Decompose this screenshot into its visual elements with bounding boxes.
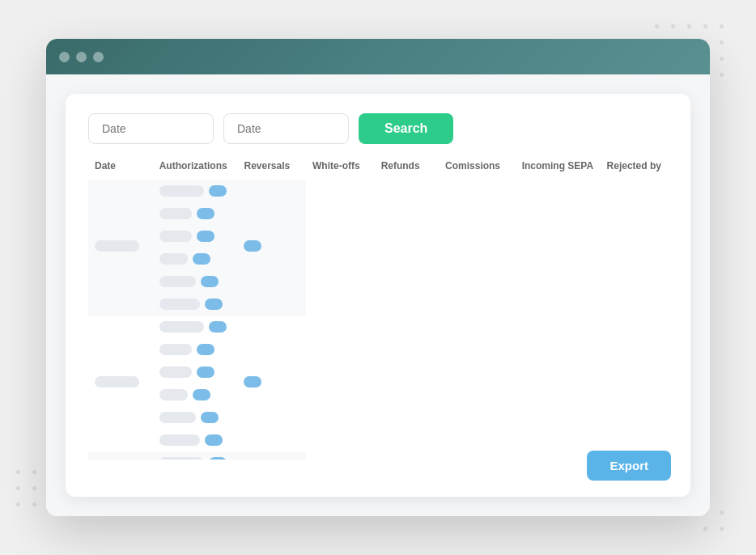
- blue-dot-refunds: [193, 253, 210, 265]
- date-input-start[interactable]: [88, 113, 214, 144]
- date-input-end[interactable]: [223, 113, 349, 144]
- table-body: [88, 180, 668, 460]
- cell-date: [88, 180, 153, 316]
- cell-authorizations: [153, 180, 238, 202]
- col-header-date: Date: [88, 160, 153, 180]
- blue-dot-incoming-sepa: [205, 434, 223, 446]
- col-header-authorizations: Authorizations: [153, 160, 238, 180]
- blue-dot-comissions: [201, 276, 219, 287]
- traffic-light-yellow: [76, 52, 87, 62]
- blue-dot-comissions: [201, 412, 219, 423]
- cell-reversals: [153, 202, 238, 225]
- cell-rejected-by: [237, 451, 306, 460]
- col-header-reversals: Reversals: [237, 160, 306, 180]
- col-header-rejected-by: Rejected by: [601, 160, 668, 180]
- traffic-light-red: [59, 52, 70, 62]
- cell-rejected-by: [237, 180, 306, 316]
- blue-dot-authorizations: [209, 457, 227, 460]
- export-button[interactable]: Export: [587, 451, 671, 481]
- table-row: [88, 451, 668, 460]
- blue-dot-whiteoffs: [197, 231, 214, 242]
- table-row: [88, 316, 668, 451]
- cell-whiteoffs: [153, 361, 238, 383]
- cell-refunds: [153, 383, 238, 406]
- cell-incoming-sepa: [153, 293, 238, 316]
- blue-dot-authorizations: [209, 185, 227, 197]
- blue-dot-whiteoffs: [197, 366, 214, 378]
- cell-whiteoffs: [153, 225, 238, 248]
- blue-dot-reversals: [197, 344, 214, 355]
- cell-authorizations: [153, 451, 238, 460]
- col-header-refunds: Refunds: [375, 160, 439, 180]
- blue-dot-reversals: [197, 208, 214, 219]
- table-wrapper: Date Authorizations Reversals White-offs…: [88, 160, 668, 460]
- browser-content: Search Date Authorizations Reversals Whi…: [46, 74, 710, 516]
- cell-rejected-by: [237, 316, 306, 451]
- search-button[interactable]: Search: [359, 113, 453, 144]
- cell-reversals: [153, 338, 238, 361]
- cell-authorizations: [153, 316, 238, 338]
- main-card: Search Date Authorizations Reversals Whi…: [66, 94, 690, 497]
- data-table: Date Authorizations Reversals White-offs…: [88, 160, 668, 460]
- table-header-row: Date Authorizations Reversals White-offs…: [88, 160, 668, 180]
- export-button-wrapper: Export: [587, 451, 671, 481]
- blue-dot-rejected-by: [244, 376, 261, 388]
- traffic-light-green: [93, 52, 104, 62]
- cell-refunds: [153, 248, 238, 270]
- blue-dot-authorizations: [209, 321, 227, 333]
- browser-window: Search Date Authorizations Reversals Whi…: [46, 39, 710, 516]
- cell-date: [88, 316, 153, 451]
- blue-dot-rejected-by: [244, 240, 261, 252]
- col-header-comissions: Comissions: [439, 160, 516, 180]
- table-row: [88, 180, 668, 316]
- col-header-incoming-sepa: Incoming SEPA: [516, 160, 601, 180]
- cell-incoming-sepa: [153, 429, 238, 451]
- blue-dot-incoming-sepa: [205, 299, 223, 310]
- browser-titlebar: [46, 39, 710, 74]
- blue-dot-refunds: [193, 389, 210, 400]
- cell-date: [88, 451, 153, 460]
- col-header-whiteoffs: White-offs: [306, 160, 375, 180]
- cell-comissions: [153, 270, 238, 293]
- cell-comissions: [153, 406, 238, 429]
- search-bar: Search: [88, 113, 668, 144]
